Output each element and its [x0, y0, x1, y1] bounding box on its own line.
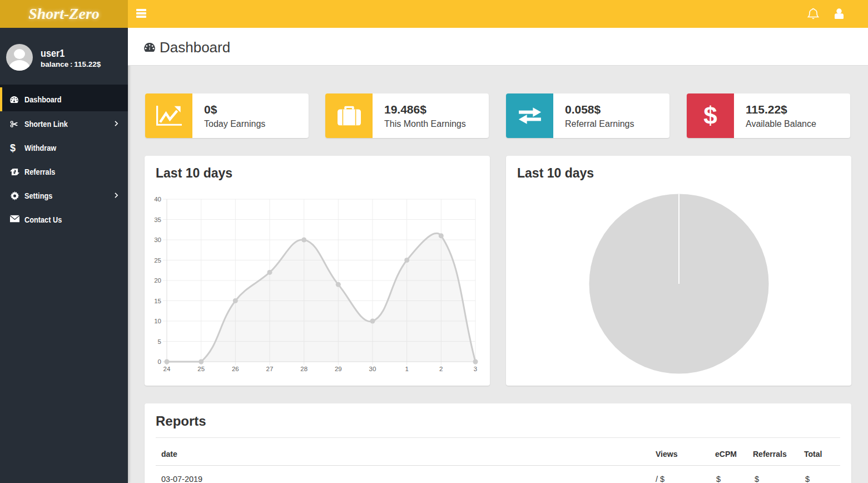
svg-text:26: 26	[232, 366, 239, 372]
svg-text:25: 25	[154, 257, 161, 264]
svg-text:2: 2	[439, 366, 443, 372]
svg-text:1: 1	[405, 366, 408, 372]
svg-text:10: 10	[154, 318, 161, 324]
svg-text:24: 24	[163, 366, 171, 372]
svg-text:3: 3	[474, 366, 477, 372]
svg-text:28: 28	[300, 366, 307, 372]
svg-text:30: 30	[154, 236, 161, 243]
svg-text:15: 15	[154, 298, 161, 304]
svg-text:25: 25	[197, 366, 205, 372]
svg-text:20: 20	[154, 277, 161, 284]
svg-text:27: 27	[266, 366, 274, 372]
svg-text:30: 30	[369, 366, 376, 372]
svg-text:35: 35	[154, 216, 161, 223]
svg-text:40: 40	[154, 196, 161, 203]
svg-text:0: 0	[158, 358, 161, 365]
svg-text:5: 5	[158, 338, 161, 345]
svg-text:29: 29	[335, 366, 342, 372]
